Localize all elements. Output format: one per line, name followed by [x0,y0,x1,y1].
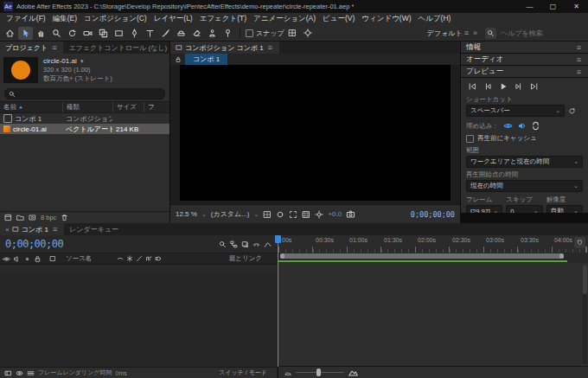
reset-icon[interactable] [568,107,576,115]
menu-help[interactable]: ヘルプ(H) [415,14,455,24]
mask-visibility-button[interactable] [285,27,300,40]
tab-project[interactable]: プロジェクト ≡ [0,42,63,54]
panel-menu-icon[interactable]: ≡ [266,43,274,52]
region-of-interest-icon[interactable] [289,210,297,219]
expand-transfer-controls-icon[interactable] [16,369,23,377]
zoom-slider-thumb[interactable] [316,368,321,376]
close-tab-icon[interactable]: × [5,226,10,234]
menu-animation[interactable]: アニメーション(A) [250,14,319,24]
comp-marker-button[interactable] [574,237,585,248]
snapshot-camera-icon[interactable] [346,209,355,219]
tab-effect-controls[interactable]: エフェクトコントロール (なし) [63,42,169,54]
menu-window[interactable]: ウィンドウ(W) [358,14,414,24]
item-dropdown-icon[interactable]: ▼ [80,59,85,64]
viewer-timecode[interactable]: 0;00;00;00 [411,210,455,219]
zoom-tool[interactable] [49,27,64,40]
parent-link-column[interactable]: 親とリンク [229,254,262,263]
play-from-dropdown[interactable]: 現在の時間 ⌄ [466,180,583,192]
column-path[interactable]: フ [144,102,169,112]
work-area-start-handle[interactable] [280,253,284,259]
expand-layer-switches-icon[interactable] [4,369,12,377]
roto-brush-tool[interactable] [205,27,220,40]
audio-panel-header[interactable]: オーディオ ≡ [461,54,588,65]
hand-tool[interactable] [34,27,48,40]
include-audio-speaker-icon[interactable] [517,121,527,131]
include-overlays-icon[interactable] [531,121,540,131]
go-to-end-button[interactable] [530,82,539,91]
workspace-overflow[interactable]: » [470,29,480,37]
camera-tool[interactable] [80,27,95,40]
maximize-button[interactable]: ▢ [541,0,565,13]
range-dropdown[interactable]: ワークエリアと現在の時間 ⌄ [466,156,583,168]
work-area-end-handle[interactable] [559,253,564,259]
graph-editor-icon[interactable] [264,240,272,248]
project-row-comp1[interactable]: コンポ 1 コンポジション [0,113,169,124]
project-bit-depth[interactable]: 8 bpc [41,214,56,221]
new-composition-icon[interactable] [29,214,36,221]
brush-tool[interactable] [158,27,173,40]
timeline-zoom-slider[interactable] [296,372,344,373]
draft-3d-icon[interactable] [241,240,249,248]
timeline-layer-list-empty[interactable] [0,274,277,367]
close-button[interactable]: ✕ [565,0,588,13]
trash-icon[interactable] [61,214,68,221]
composition-viewport[interactable] [180,65,451,201]
play-button[interactable] [499,82,508,91]
pan-behind-tool[interactable] [96,27,111,40]
preview-panel-header[interactable]: プレビュー ≡ [461,66,588,77]
expand-inout-columns-icon[interactable] [27,369,35,377]
guide-options-button[interactable] [301,27,316,40]
column-name[interactable]: 名前 [0,102,62,112]
info-panel-header[interactable]: 情報 ≡ [461,42,588,53]
pen-tool[interactable] [127,27,142,40]
cache-before-playback-toggle[interactable]: 再生前にキャッシュ [466,134,583,143]
source-name-column[interactable]: ソース名 [66,254,92,263]
selection-tool[interactable] [18,27,33,40]
snap-toggle[interactable]: スナップ [245,29,284,38]
current-time-indicator[interactable] [278,235,278,367]
shortcut-dropdown[interactable]: スペースバー ⌄ [466,105,565,117]
tab-timeline-comp1[interactable]: × コンポ 1 ≡ [0,223,64,235]
include-video-eye-icon[interactable] [503,121,513,131]
exposure-value[interactable]: +0.0 [328,210,342,218]
timeline-vertical-scrollbar[interactable] [583,265,587,364]
shy-toggle-icon[interactable] [252,240,260,248]
minimize-button[interactable]: — [518,0,541,13]
go-to-start-button[interactable] [468,82,476,91]
menu-effect[interactable]: エフェクト(T) [196,14,250,24]
scrollbar-thumb[interactable] [583,265,587,294]
item-thumbnail[interactable] [3,57,38,83]
interpret-footage-icon[interactable] [4,214,12,221]
zoom-in-mountain-icon[interactable] [348,368,358,377]
menu-file[interactable]: ファイル(F) [3,14,49,24]
viewer-lock-icon[interactable] [173,54,183,65]
clone-stamp-tool[interactable] [174,27,189,40]
switches-modes-button[interactable]: スイッチ / モード [219,368,267,377]
orbit-tool[interactable] [65,27,80,40]
search-icon[interactable] [219,240,227,248]
previous-frame-button[interactable] [483,82,492,91]
current-time-indicator-handle[interactable] [275,235,281,243]
skip-dropdown[interactable]: 0 ⌄ [506,205,542,213]
work-area-bar[interactable] [280,253,564,259]
tab-composition[interactable]: コンポジション コンポ 1 ≡ [170,42,279,54]
help-search-input[interactable] [499,29,582,38]
next-frame-button[interactable] [514,82,523,91]
current-timecode[interactable]: 0;00;00;00 [5,238,63,250]
project-row-circle01[interactable]: circle-01.ai ベクトルアート 214 KB [0,124,169,134]
shape-tool[interactable] [112,27,126,40]
type-tool[interactable] [143,27,157,40]
resolution-dropdown[interactable]: (カスタム...) [211,209,250,219]
project-search-field[interactable] [4,88,165,99]
composition-flowchart-icon[interactable] [230,240,238,248]
panel-menu-icon[interactable]: ≡ [575,67,583,76]
panel-menu-icon[interactable]: ≡ [50,43,58,52]
tab-render-queue[interactable]: レンダーキュー [64,223,124,235]
menu-layer[interactable]: レイヤー(L) [150,14,196,24]
grid-guides-icon[interactable] [302,210,310,219]
eraser-tool[interactable] [189,27,204,40]
column-size[interactable]: サイズ [112,102,144,112]
magnification-dropdown[interactable]: 12.5 % [176,210,197,218]
exposure-icon[interactable] [315,210,323,219]
framerate-dropdown[interactable]: [29.97] ⌄ [466,205,502,213]
